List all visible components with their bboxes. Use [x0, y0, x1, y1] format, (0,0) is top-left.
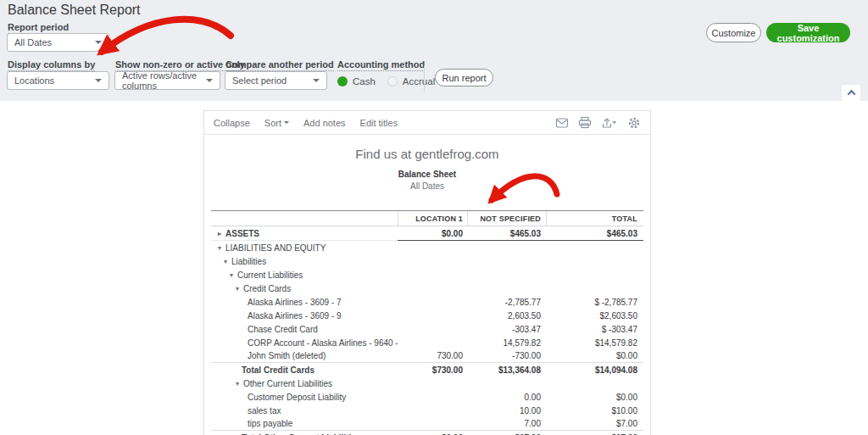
- amount-cell: $730.00: [398, 365, 467, 375]
- amount-cell: 14,579.82: [467, 338, 546, 348]
- display-columns-label: Display columns by: [8, 59, 95, 71]
- table-row: ▾Other Current Liabilities: [211, 376, 643, 390]
- customize-button[interactable]: Customize: [706, 23, 761, 42]
- account-label: tips payable: [248, 419, 292, 428]
- report-title: Balance Sheet: [204, 170, 650, 180]
- column-header: NOT SPECIFIED: [467, 211, 546, 226]
- chevron-down-icon: [206, 79, 213, 82]
- amount-cell: -730.00: [467, 351, 546, 360]
- report-period-label: Report period: [8, 22, 69, 34]
- company-header: Find us at gentlefrog.com: [204, 147, 650, 162]
- chevron-down-icon: [95, 79, 102, 82]
- table-row: ▾LIABILITIES AND EQUITY: [211, 241, 643, 254]
- account-label[interactable]: Credit Cards: [243, 284, 291, 293]
- amount-cell: $14,579.82: [546, 338, 643, 348]
- amount-cell: $0.00: [546, 393, 643, 402]
- table-row: ▾Liabilities: [211, 254, 643, 268]
- expand-icon[interactable]: ▸: [218, 230, 224, 237]
- accounting-method-label: Accounting method: [337, 59, 425, 71]
- report-card: Collapse Sort Add notes Edit titles Find…: [203, 110, 651, 435]
- settings-icon[interactable]: [627, 116, 641, 130]
- run-report-button[interactable]: Run report: [435, 69, 493, 86]
- chevron-down-icon: [284, 121, 289, 124]
- column-header: TOTAL: [546, 211, 643, 226]
- add-notes-link[interactable]: Add notes: [303, 118, 346, 128]
- table-row: Chase Credit Card-303.47$ -303.47: [211, 322, 643, 336]
- report-table-body: ▸ASSETS$0.00$465.03$465.03▾LIABILITIES A…: [211, 226, 643, 435]
- table-row: sales tax10.00$10.00: [211, 404, 643, 417]
- table-header-row: LOCATION 1NOT SPECIFIEDTOTAL: [211, 211, 643, 226]
- collapse-panel-button[interactable]: [842, 85, 860, 101]
- account-label: sales tax: [248, 406, 281, 415]
- account-label[interactable]: ASSETS: [225, 229, 259, 238]
- report-toolbar: Collapse Sort Add notes Edit titles: [204, 111, 650, 135]
- chevron-down-icon: [313, 79, 320, 82]
- sort-link-label: Sort: [264, 118, 281, 128]
- account-label: John Smith (deleted): [248, 351, 326, 360]
- edit-titles-link[interactable]: Edit titles: [360, 118, 398, 128]
- amount-cell: $ -303.47: [546, 325, 643, 334]
- account-label: Alaska Airlines - 3609 - 9: [248, 311, 342, 321]
- amount-cell: 0.00: [467, 393, 546, 402]
- table-row: tips payable7.00$7.00: [211, 417, 643, 431]
- amount-cell: 730.00: [398, 351, 467, 360]
- amount-cell: $10.00: [546, 406, 643, 415]
- sort-link[interactable]: Sort: [264, 118, 289, 128]
- amount-cell: $ -2,785.77: [546, 298, 643, 307]
- table-row: Total Credit Cards$730.00$13,364.08$14,0…: [211, 363, 643, 376]
- amount-cell: 10.00: [467, 406, 546, 415]
- compare-period-value: Select period: [232, 75, 287, 86]
- show-nonzero-value: Active rows/active columns: [122, 70, 201, 91]
- account-label: Total Credit Cards: [242, 365, 314, 375]
- amount-cell: $0.00: [398, 226, 467, 241]
- account-label[interactable]: LIABILITIES AND EQUITY: [225, 243, 326, 253]
- table-row: ▾Current Liabilities: [211, 268, 643, 282]
- amount-cell: -303.47: [467, 325, 546, 334]
- account-label[interactable]: Liabilities: [231, 257, 266, 266]
- collapse-icon[interactable]: ▾: [224, 258, 230, 265]
- amount-cell: $465.03: [546, 226, 643, 241]
- display-columns-select[interactable]: Locations: [7, 71, 109, 90]
- compare-period-select[interactable]: Select period: [225, 71, 327, 90]
- page-title: Balance Sheet Report: [8, 3, 141, 18]
- collapse-icon[interactable]: ▾: [218, 244, 224, 252]
- account-label: Customer Deposit Liability: [248, 393, 346, 402]
- amount-cell: $7.00: [546, 419, 643, 428]
- amount-cell: 7.00: [467, 419, 546, 428]
- show-nonzero-select[interactable]: Active rows/active columns: [114, 71, 220, 90]
- report-period-value: All Dates: [14, 37, 52, 47]
- cash-radio[interactable]: [337, 76, 348, 86]
- account-label: CORP Account - Alaska Airlines - 9640 - …: [248, 338, 398, 348]
- filter-divider: [424, 66, 425, 92]
- collapse-icon[interactable]: ▾: [236, 285, 242, 293]
- table-row: ▾Credit Cards: [211, 282, 643, 295]
- email-icon[interactable]: [555, 117, 569, 129]
- account-label: Alaska Airlines - 3609 - 7: [248, 298, 342, 307]
- collapse-icon[interactable]: ▾: [236, 380, 242, 388]
- collapse-icon[interactable]: ▾: [230, 271, 236, 279]
- amount-cell: $13,364.08: [467, 365, 546, 375]
- column-header: LOCATION 1: [398, 211, 467, 226]
- save-customization-button[interactable]: Save customization: [766, 23, 850, 42]
- amount-cell: $14,094.08: [546, 365, 643, 375]
- table-row: Total Other Current Liabilities$0.00$17.…: [211, 431, 643, 435]
- report-period-select[interactable]: All Dates: [7, 33, 109, 52]
- table-row: Customer Deposit Liability0.00$0.00: [211, 390, 643, 404]
- accrual-radio[interactable]: [387, 76, 398, 86]
- chevron-up-icon: [847, 90, 855, 98]
- table-row: John Smith (deleted)730.00-730.00$0.00: [211, 349, 643, 363]
- accrual-radio-label: Accrual: [403, 76, 435, 86]
- account-label[interactable]: Other Current Liabilities: [243, 379, 332, 388]
- balance-sheet-table: LOCATION 1NOT SPECIFIEDTOTAL ▸ASSETS$0.0…: [211, 210, 643, 435]
- export-icon[interactable]: [601, 116, 618, 129]
- account-label[interactable]: Current Liabilities: [237, 270, 303, 280]
- table-row: ▸ASSETS$0.00$465.03$465.03: [211, 226, 643, 241]
- table-row: Alaska Airlines - 3609 - 92,603.50$2,603…: [211, 309, 643, 322]
- amount-cell: $0.00: [546, 351, 643, 360]
- print-icon[interactable]: [578, 116, 592, 129]
- amount-cell: $465.03: [467, 226, 546, 241]
- report-subtitle: All Dates: [204, 181, 650, 192]
- collapse-link[interactable]: Collapse: [214, 118, 250, 128]
- amount-cell: -2,785.77: [467, 298, 546, 307]
- account-label: Chase Credit Card: [248, 325, 318, 334]
